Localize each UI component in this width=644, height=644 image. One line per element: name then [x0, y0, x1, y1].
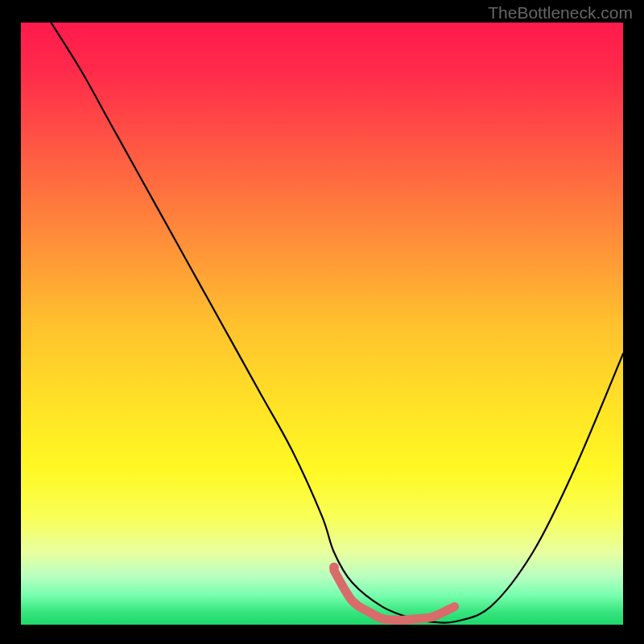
watermark-text: TheBottleneck.com: [488, 3, 633, 23]
curve-black-path: [51, 23, 623, 623]
pink-marker-dot: [329, 563, 339, 572]
chart-plot-area: [21, 23, 623, 625]
chart-svg: [21, 23, 623, 625]
